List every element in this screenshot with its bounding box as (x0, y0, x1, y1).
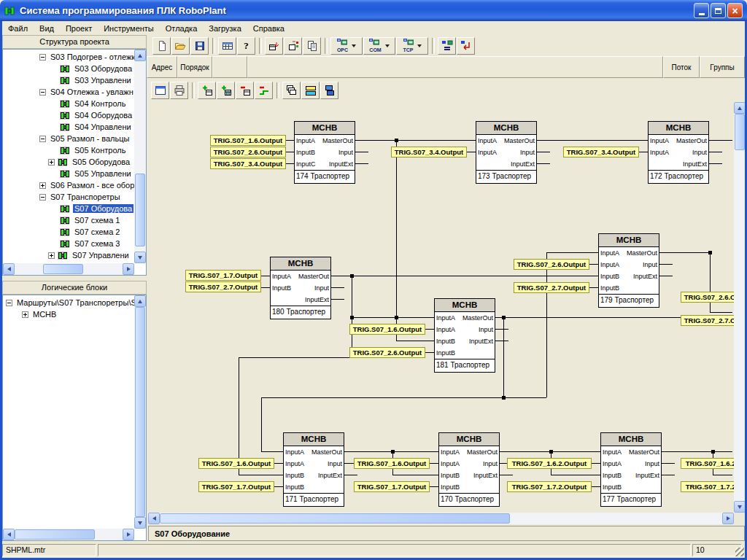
project-tree-item-17[interactable]: S07 схема 3 (3, 238, 134, 249)
copy-button[interactable] (303, 37, 321, 55)
tile-vertical-button[interactable] (320, 82, 338, 99)
remove-step-button[interactable] (255, 82, 273, 99)
signal-label[interactable]: TRIG.S07_2.7.Output (185, 281, 261, 292)
address-table-button[interactable] (218, 37, 236, 55)
scroll-thumb[interactable] (43, 264, 83, 274)
project-tree[interactable]: S03 Подогрев - отлежкS03 ОборудоваS03 Уп… (2, 49, 147, 276)
project-tree-item-1[interactable]: S03 Подогрев - отлежк (3, 51, 134, 63)
signal-label[interactable]: TRIG.S07_1.7.2.Output (507, 481, 592, 492)
grid-column-1[interactable]: Адрес (147, 56, 177, 78)
scroll-thumb[interactable] (135, 174, 145, 246)
menu-item-3[interactable]: Проект (60, 23, 98, 34)
project-tree-item-3[interactable]: S03 Управлени (3, 74, 134, 86)
grid-column-3[interactable] (212, 56, 247, 78)
tcp-connection-button[interactable]: TCP (396, 37, 428, 55)
link-equal-button[interactable] (438, 37, 456, 55)
signal-label[interactable]: TRIG.S07_3.4.Output (391, 147, 467, 158)
dropdown-arrow-icon[interactable] (417, 44, 422, 50)
project-tree-item-4[interactable]: S04 Отлежка - увлажн (3, 86, 134, 98)
collapse-minus-icon[interactable] (39, 54, 46, 61)
collapse-minus-icon[interactable] (39, 194, 46, 201)
function-block-170[interactable]: MCHBInputAMasterOutInputAInputInputBInpu… (438, 432, 500, 507)
project-tree-item-11[interactable]: S05 Управлени (3, 168, 134, 179)
expand-plus-icon[interactable] (48, 252, 55, 259)
function-block-172[interactable]: MCHBInputAMasterOutInputAInputInputExt17… (648, 121, 709, 184)
scroll-thumb[interactable] (15, 529, 95, 540)
signal-label[interactable]: TRIG.S07_2.6.Output (349, 347, 425, 358)
function-block-181[interactable]: MCHBInputAMasterOutInputAInputInputBInpu… (434, 298, 495, 373)
function-block-179[interactable]: MCHBInputAMasterOutInputAInputInputBInpu… (598, 233, 659, 308)
scroll-up-button[interactable] (734, 102, 746, 114)
title-bar[interactable]: Система программирования ПЛК RoboPlant × (0, 0, 747, 21)
scroll-thumb[interactable] (135, 307, 145, 517)
signal-label[interactable]: TRIG.S07_2.6.Output (681, 292, 734, 303)
opc-connection-button[interactable]: OPC (330, 37, 363, 55)
scroll-thumb[interactable] (735, 114, 745, 150)
import-block-button[interactable] (284, 37, 302, 55)
remove-block-button[interactable] (236, 82, 254, 99)
menu-item-6[interactable]: Загрузка (203, 23, 247, 34)
signal-label[interactable]: TRIG.S07_1.6.2.Output (681, 458, 734, 469)
scroll-thumb[interactable] (160, 513, 510, 524)
add-block-grid-button[interactable] (217, 82, 235, 99)
scroll-down-button[interactable] (134, 517, 146, 529)
project-tree-item-18[interactable]: S07 Управлени (3, 249, 134, 261)
logic-tree-vertical-scrollbar[interactable] (134, 295, 146, 529)
expand-plus-icon[interactable] (22, 311, 28, 318)
help-button[interactable]: ? (237, 37, 255, 55)
signal-label[interactable]: TRIG.S07_1.7.Output (354, 481, 430, 492)
scroll-left-button[interactable] (3, 263, 15, 275)
project-tree-item-16[interactable]: S07 схема 2 (3, 226, 134, 238)
function-block-173[interactable]: MCHBInputAMasterOutInputAInputInputExt17… (476, 121, 537, 184)
scroll-down-button[interactable] (734, 501, 746, 513)
signal-label[interactable]: TRIG.S07_2.6.Output (210, 147, 286, 158)
scroll-left-button[interactable] (148, 513, 160, 524)
open-folder-button[interactable] (171, 37, 190, 55)
expand-plus-icon[interactable] (39, 182, 46, 189)
project-tree-item-14[interactable]: S07 Оборудова (3, 203, 134, 214)
link-transfer-button[interactable] (457, 37, 475, 55)
signal-label[interactable]: TRIG.S07_1.7.Output (198, 481, 274, 492)
project-tree-item-15[interactable]: S07 схема 1 (3, 214, 134, 226)
signal-label[interactable]: TRIG.S07_1.6.Output (349, 324, 425, 335)
expand-plus-icon[interactable] (48, 159, 55, 166)
com-connection-button[interactable]: COM (363, 37, 395, 55)
canvas-horizontal-scrollbar[interactable] (148, 513, 734, 524)
signal-label[interactable]: TRIG.S07_1.7.2.Output (681, 481, 734, 492)
collapse-minus-icon[interactable] (39, 136, 46, 142)
project-tree-item-13[interactable]: S07 Транспоретры (3, 191, 134, 203)
signal-label[interactable]: TRIG.S07_2.7.Output (681, 315, 734, 326)
collapse-minus-icon[interactable] (6, 300, 12, 306)
logic-tree-item-1[interactable]: Маршруты\S07 Транспоретры\S (3, 297, 134, 308)
menu-item-5[interactable]: Отладка (160, 23, 203, 34)
logic-blocks-tree[interactable]: Маршруты\S07 Транспоретры\SМСНВ (2, 295, 147, 541)
signal-label[interactable]: TRIG.S07_3.4.Output (563, 147, 639, 158)
tile-horizontal-button[interactable] (301, 82, 320, 99)
grid-column-2[interactable]: Порядок (177, 56, 212, 78)
project-tree-item-9[interactable]: S05 Контроль (3, 144, 134, 156)
signal-label[interactable]: TRIG.S07_1.6.Output (198, 458, 274, 469)
function-block-177[interactable]: MCHBInputAMasterOutInputAInputInputBInpu… (600, 432, 662, 507)
logic-tree-horizontal-scrollbar[interactable] (3, 529, 134, 540)
scroll-down-button[interactable] (134, 252, 146, 263)
export-block-button[interactable] (265, 37, 283, 55)
scroll-up-button[interactable] (134, 50, 146, 61)
project-tree-item-8[interactable]: S05 Размол - вальцы (3, 133, 134, 144)
signal-label[interactable]: TRIG.S07_2.7.Output (514, 282, 589, 293)
project-tree-item-2[interactable]: S03 Оборудова (3, 63, 134, 74)
close-button[interactable]: × (727, 3, 743, 18)
scheme-canvas[interactable]: MCHBInputAMasterOutInputBInputInputCInpu… (148, 102, 734, 513)
project-tree-vertical-scrollbar[interactable] (134, 50, 146, 263)
signal-label[interactable]: TRIG.S07_2.6.Output (514, 259, 589, 270)
resize-grip[interactable] (735, 548, 744, 556)
signal-label[interactable]: TRIG.S07_1.6.Output (354, 458, 430, 469)
window-button[interactable] (151, 82, 169, 99)
menu-item-7[interactable]: Справка (247, 23, 290, 34)
project-tree-item-12[interactable]: S06 Размол - все обор (3, 179, 134, 191)
maximize-button[interactable] (711, 3, 726, 18)
menu-item-1[interactable]: Файл (2, 23, 34, 34)
menu-item-2[interactable]: Вид (34, 23, 60, 34)
grid-column-4[interactable] (247, 56, 663, 78)
function-block-174[interactable]: MCHBInputAMasterOutInputBInputInputCInpu… (294, 121, 355, 184)
scroll-right-button[interactable] (123, 529, 134, 540)
